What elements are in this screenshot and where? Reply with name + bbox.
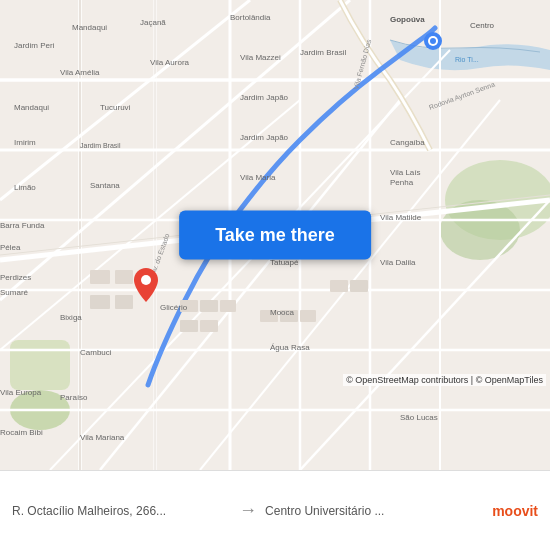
svg-text:Rio Ti...: Rio Ti... bbox=[455, 56, 479, 63]
svg-text:Barra Funda: Barra Funda bbox=[0, 221, 45, 230]
svg-text:Rocaim Bibi: Rocaim Bibi bbox=[0, 428, 43, 437]
svg-text:Penha: Penha bbox=[390, 178, 414, 187]
svg-rect-3 bbox=[10, 340, 70, 390]
svg-text:Perdizes: Perdizes bbox=[0, 273, 31, 282]
svg-text:Pélea: Pélea bbox=[0, 243, 21, 252]
svg-rect-39 bbox=[300, 310, 316, 322]
dest-info: Centro Universitário ... bbox=[265, 504, 484, 518]
svg-text:Tucuruvi: Tucuruvi bbox=[100, 103, 131, 112]
origin-pin bbox=[424, 32, 442, 54]
svg-text:Jardim Peri: Jardim Peri bbox=[14, 41, 55, 50]
svg-text:Vila Amélia: Vila Amélia bbox=[60, 68, 100, 77]
svg-text:Mooca: Mooca bbox=[270, 308, 295, 317]
svg-rect-34 bbox=[220, 300, 236, 312]
svg-text:Cangaíba: Cangaíba bbox=[390, 138, 425, 147]
take-me-there-button[interactable]: Take me there bbox=[179, 211, 371, 260]
svg-text:São Lucas: São Lucas bbox=[400, 413, 438, 422]
svg-rect-28 bbox=[90, 270, 110, 284]
svg-text:Jardim Japão: Jardim Japão bbox=[240, 93, 289, 102]
svg-text:Jardim Japão: Jardim Japão bbox=[240, 133, 289, 142]
svg-rect-33 bbox=[200, 300, 218, 312]
moovit-logo: moovit bbox=[492, 503, 538, 519]
svg-text:Bortolândia: Bortolândia bbox=[230, 13, 271, 22]
svg-text:Jardim Brasil: Jardim Brasil bbox=[80, 142, 121, 149]
svg-text:Vila Laís: Vila Laís bbox=[390, 168, 421, 177]
svg-text:Cambuci: Cambuci bbox=[80, 348, 112, 357]
svg-text:Centro: Centro bbox=[470, 21, 495, 30]
origin-info: R. Octacílio Malheiros, 266... bbox=[12, 504, 231, 518]
svg-text:Mandaqui: Mandaqui bbox=[72, 23, 107, 32]
svg-text:Jardim Brasil: Jardim Brasil bbox=[300, 48, 346, 57]
svg-rect-31 bbox=[115, 295, 133, 309]
svg-rect-35 bbox=[180, 320, 198, 332]
svg-rect-36 bbox=[200, 320, 218, 332]
svg-text:Bixiga: Bixiga bbox=[60, 313, 82, 322]
svg-text:Glicério: Glicério bbox=[160, 303, 188, 312]
svg-rect-41 bbox=[350, 280, 368, 292]
destination-pin bbox=[134, 268, 158, 306]
svg-text:Vila Europa: Vila Europa bbox=[0, 388, 42, 397]
svg-point-91 bbox=[430, 38, 436, 44]
origin-label: R. Octacílio Malheiros, 266... bbox=[12, 504, 231, 518]
svg-text:Vila Matilde: Vila Matilde bbox=[380, 213, 422, 222]
svg-text:Vila Aurora: Vila Aurora bbox=[150, 58, 190, 67]
svg-text:Jaçanã: Jaçanã bbox=[140, 18, 166, 27]
svg-text:Vila Maria: Vila Maria bbox=[240, 173, 276, 182]
moovit-text: moovit bbox=[492, 503, 538, 519]
app-container: Jardim Peri Mandaqui Jaçanã Bortolândia … bbox=[0, 0, 550, 550]
bottom-bar: R. Octacílio Malheiros, 266... → Centro … bbox=[0, 470, 550, 550]
svg-text:Sumaré: Sumaré bbox=[0, 288, 29, 297]
svg-text:Vila Mariana: Vila Mariana bbox=[80, 433, 125, 442]
svg-text:Vila Dalila: Vila Dalila bbox=[380, 258, 416, 267]
arrow-right-icon: → bbox=[239, 500, 257, 521]
svg-rect-40 bbox=[330, 280, 348, 292]
svg-text:Água Rasa: Água Rasa bbox=[270, 343, 310, 352]
svg-text:Vila Mazzei: Vila Mazzei bbox=[240, 53, 281, 62]
dest-label: Centro Universitário ... bbox=[265, 504, 484, 518]
svg-point-88 bbox=[141, 275, 151, 285]
svg-text:Mandaqui: Mandaqui bbox=[14, 103, 49, 112]
svg-rect-29 bbox=[115, 270, 133, 284]
svg-text:Gopoúva: Gopoúva bbox=[390, 15, 425, 24]
svg-text:Limão: Limão bbox=[14, 183, 36, 192]
svg-text:Imirim: Imirim bbox=[14, 138, 36, 147]
svg-text:Santana: Santana bbox=[90, 181, 120, 190]
svg-text:Paraíso: Paraíso bbox=[60, 393, 88, 402]
map-attribution: © OpenStreetMap contributors | © OpenMap… bbox=[343, 374, 546, 386]
svg-rect-30 bbox=[90, 295, 110, 309]
map-container: Jardim Peri Mandaqui Jaçanã Bortolândia … bbox=[0, 0, 550, 470]
